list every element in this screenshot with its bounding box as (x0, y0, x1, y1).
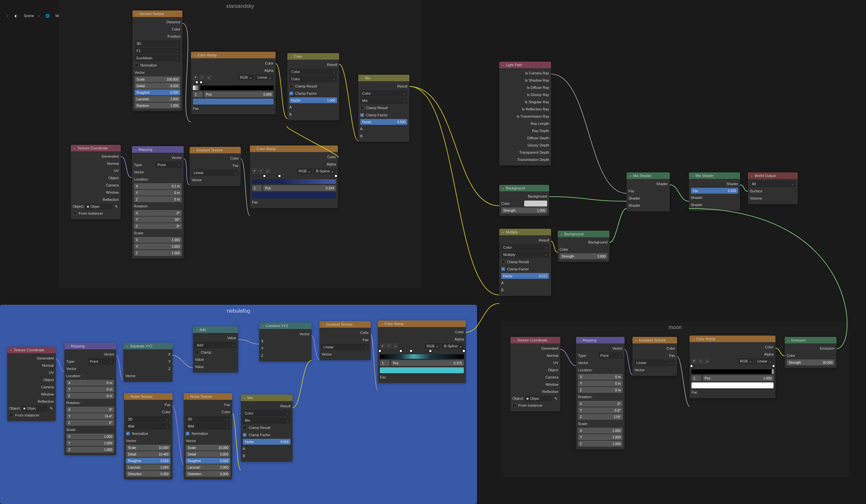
slider[interactable]: Detail5.000 (186, 451, 230, 457)
node-header[interactable]: ⌄Background (499, 185, 549, 191)
ramp-idx[interactable]: 1 (691, 375, 701, 381)
eyedropper-icon[interactable]: ✎ (553, 396, 558, 401)
node-header[interactable]: ⌄Texture Coordinate (510, 337, 560, 343)
node-header[interactable]: ⌄Gradient Texture (632, 337, 677, 343)
clamp-factor-check[interactable]: Clamp Factor (501, 266, 549, 272)
node-tex-coord-3[interactable]: ⌄Texture Coordinate Generated Normal UV … (510, 337, 560, 411)
slider-randomness[interactable]: Random1.000 (134, 103, 180, 108)
node-header[interactable]: ⌄Voronoi Texture (133, 11, 182, 17)
slider-strength[interactable]: Strength3.800 (559, 253, 608, 259)
dd-type[interactable]: Linear⌄ (634, 359, 675, 366)
object-field[interactable]: Object:■Objec✎ (512, 396, 558, 401)
normalize-check[interactable]: Normalize (186, 430, 230, 437)
node-header[interactable]: ⌄Mix (358, 75, 409, 81)
normalize-check[interactable]: Normalize (134, 62, 180, 68)
node-mapping-1[interactable]: ⌄Mapping Vector Type:Point⌄ Vector Locat… (132, 146, 184, 259)
node-header[interactable]: ⌄Texture Coordinate (7, 347, 56, 353)
object-field[interactable]: Object:■Objec✎ (73, 204, 119, 209)
breadcrumb[interactable]: › ◐ Scene › 🌐 World (7, 12, 65, 20)
slider[interactable]: Z176° (578, 414, 623, 420)
ramp-interp[interactable]: B-Spline⌄ (442, 343, 464, 349)
slider[interactable]: Roughne0.500 (126, 458, 170, 464)
slider-rot-z[interactable]: Z0° (134, 223, 182, 229)
ramp-idx[interactable]: 1 (380, 360, 390, 366)
node-header[interactable]: ⌄Gradient Texture (190, 147, 241, 153)
slider[interactable]: Z0 m (578, 387, 623, 393)
ramp-menu[interactable]: ⌄ (393, 343, 398, 349)
node-background-1[interactable]: ⌄Background Background Color Strength1.0… (499, 185, 549, 216)
node-background-2[interactable]: ⌄Background Background Color Strength3.8… (558, 231, 610, 262)
node-header[interactable]: ⌄Mapping (132, 146, 184, 153)
ramp-pos[interactable]: Pos0.334 (263, 185, 336, 191)
node-header[interactable]: ⌄Mapping (576, 337, 624, 343)
breadcrumb-scene[interactable]: Scene (24, 14, 34, 18)
slider-factor[interactable]: Factor0.500 (243, 439, 291, 445)
node-multiply[interactable]: ⌄Multiply Result Color⌄ Multiply⌄ Clamp … (499, 229, 551, 296)
ramp-menu[interactable]: ⌄ (265, 169, 270, 174)
slider-scale-y[interactable]: Y1.000 (134, 243, 182, 249)
slider[interactable]: Lacunari2.000 (186, 465, 230, 470)
slider[interactable]: Detail10.400 (126, 451, 170, 457)
eyedropper-icon[interactable]: ✎ (48, 406, 54, 411)
node-world-output[interactable]: ⌄World Output All⌄ Surface Volume (748, 172, 798, 204)
node-tex-coord-2[interactable]: ⌄Texture Coordinate Generated Normal UV … (7, 347, 56, 421)
node-header[interactable]: ⌄Color Ramp (689, 335, 776, 342)
slider[interactable]: Distortion0.000 (186, 471, 230, 477)
node-combine-xyz[interactable]: ⌄Combine XYZ Vector X Y Z (259, 322, 312, 362)
node-header[interactable]: ⌄Texture Coordinate (71, 145, 121, 151)
dd-type[interactable]: Linear⌄ (321, 344, 369, 350)
node-header[interactable]: ⌄Separate XYZ (123, 343, 173, 349)
node-header[interactable]: ⌄Gradient Texture (320, 321, 371, 328)
node-add[interactable]: ⌄Add Value Add⌄ Clamp Value Value (193, 327, 238, 373)
node-header[interactable]: ⌄Add (193, 327, 238, 333)
slider-detail[interactable]: Detail0.000 (134, 83, 180, 89)
dd-type[interactable]: fBM⌄ (186, 423, 230, 429)
dd-target[interactable]: All⌄ (750, 181, 796, 187)
ramp-menu[interactable]: ⌄ (704, 358, 710, 364)
ramp-pos[interactable]: Pos1.000 (703, 375, 774, 381)
ramp-gradient[interactable] (193, 85, 274, 90)
slider[interactable]: Lacunari2.000 (126, 465, 170, 470)
ramp-remove[interactable]: − (698, 358, 703, 364)
dd-type[interactable]: fBM⌄ (126, 423, 170, 429)
slider-fac[interactable]: Fac0.500 (691, 188, 738, 194)
slider-rot-x[interactable]: X0° (134, 210, 182, 216)
clamp-check[interactable]: Clamp (195, 349, 236, 356)
slider[interactable]: Scale10.000 (186, 445, 230, 450)
slider-lacunarity[interactable]: Lacunari2.000 (134, 96, 180, 102)
ramp-gradient[interactable] (691, 369, 774, 374)
node-color-ramp-2[interactable]: ⌄Color Ramp Color Alpha + − ⌄ RGB⌄ B-Spl… (250, 146, 338, 208)
dd-type[interactable]: Color⌄ (501, 244, 549, 251)
ramp-color[interactable] (691, 382, 774, 388)
slider[interactable]: Y0 m (578, 380, 623, 386)
node-gradient-1[interactable]: ⌄Gradient Texture Color Fac Linear⌄ Vect… (190, 147, 241, 186)
slider[interactable]: Y1.000 (66, 440, 114, 446)
clamp-factor-check[interactable]: Clamp Factor (289, 90, 337, 97)
clamp-result-check[interactable]: Clamp Result (501, 259, 549, 265)
node-gradient-2[interactable]: ⌄Gradient Texture Color Fac Linear⌄ Vect… (320, 321, 371, 360)
ramp-color[interactable] (380, 367, 464, 373)
node-emission[interactable]: ⌄Emission Emission Color Strength30.000 (785, 337, 836, 368)
slider-strength[interactable]: Strength1.000 (501, 207, 547, 213)
ramp-add[interactable]: + (193, 75, 198, 80)
ramp-mode[interactable]: RGB⌄ (425, 343, 441, 349)
slider[interactable]: Y74.4° (66, 413, 114, 419)
node-noise-1[interactable]: ⌄Noise Texture Fac Color 3D⌄ fBM⌄ Normal… (124, 393, 173, 479)
slider-factor[interactable]: Factor0.500 (360, 119, 408, 125)
slider-roughness[interactable]: Roughne0.500 (134, 90, 180, 95)
node-mix-shader-2[interactable]: ⌄Mix Shader Shader Fac0.500 Shader Shade… (689, 172, 740, 211)
slider[interactable]: Y0 m (66, 386, 114, 392)
dd-blend[interactable]: Multiply⌄ (501, 251, 549, 258)
node-noise-2[interactable]: ⌄Noise Texture Fac Color 3D⌄ fBM⌄ Normal… (184, 393, 232, 479)
object-field[interactable]: Object:■Objec✎ (9, 405, 54, 411)
node-color-ramp-4[interactable]: ⌄Color Ramp Color Alpha + − ⌄ RGB⌄ Linea… (689, 335, 776, 398)
slider[interactable]: Z0 m (66, 393, 114, 399)
node-header[interactable]: ⌄Multiply (499, 229, 551, 235)
node-header[interactable]: ⌄Emission (785, 337, 836, 343)
node-voronoi-texture[interactable]: ⌄Voronoi Texture Distance Color Position… (133, 11, 182, 111)
slider[interactable]: X0 m (578, 374, 623, 380)
node-header[interactable]: ⌄World Output (748, 172, 798, 179)
ramp-idx[interactable]: 1 (193, 91, 203, 97)
clamp-result-check[interactable]: Clamp Result (289, 83, 337, 90)
ramp-mode[interactable]: RGB⌄ (297, 168, 313, 174)
